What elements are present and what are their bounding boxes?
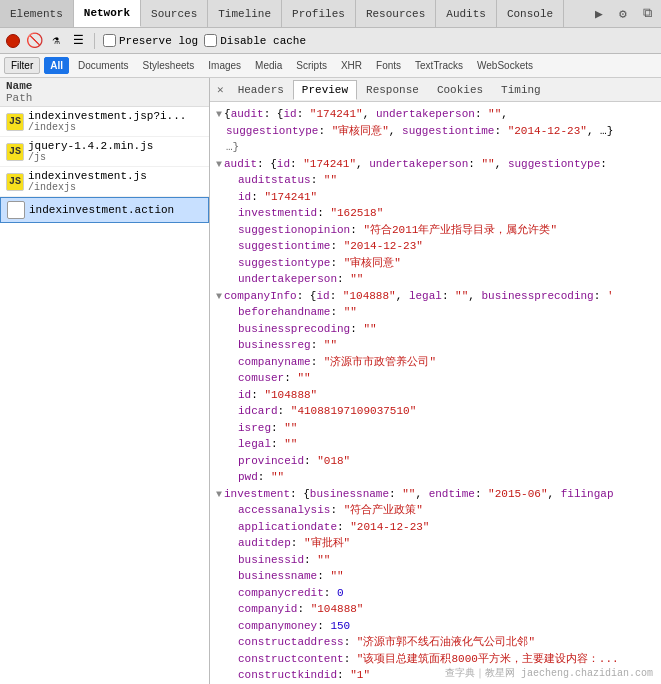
json-line: businessid: "" xyxy=(214,552,657,569)
json-line: id: "104888" xyxy=(214,387,657,404)
sub-tabs-bar: ✕ Headers Preview Response Cookies Timin… xyxy=(210,78,661,102)
json-line: investment: {businessname: "", endtime: … xyxy=(214,486,657,503)
preserve-log-label: Preserve log xyxy=(119,35,198,47)
filter-texttracks[interactable]: TextTracks xyxy=(410,58,468,73)
disable-cache-input[interactable] xyxy=(204,34,217,47)
filter-stylesheets[interactable]: Stylesheets xyxy=(138,58,200,73)
json-line: accessanalysis: "符合产业政策" xyxy=(214,502,657,519)
tab-profiles[interactable]: Profiles xyxy=(282,0,356,27)
filter-input-btn[interactable]: Filter xyxy=(4,57,40,74)
json-line: suggestiontime: "2014-12-23" xyxy=(214,238,657,255)
top-icons: ▶ ⚙ ⧉ xyxy=(585,0,661,27)
sub-tab-headers[interactable]: Headers xyxy=(229,80,293,99)
network-list-panel: Name Path JS indexinvestment.jsp?i... /i… xyxy=(0,78,210,684)
json-line: legal: "" xyxy=(214,436,657,453)
filter-fonts[interactable]: Fonts xyxy=(371,58,406,73)
sub-tab-cookies[interactable]: Cookies xyxy=(428,80,492,99)
json-line: provinceid: "018" xyxy=(214,453,657,470)
json-line: companyid: "104888" xyxy=(214,601,657,618)
filter-icon[interactable]: ⚗ xyxy=(48,33,64,49)
filter-images[interactable]: Images xyxy=(203,58,246,73)
settings-icon[interactable]: ⚙ xyxy=(613,4,633,24)
js-file-icon: JS xyxy=(6,113,24,131)
run-icon[interactable]: ▶ xyxy=(589,4,609,24)
tab-audits[interactable]: Audits xyxy=(436,0,497,27)
item-text: indexinvestment.jsp?i... /indexjs xyxy=(28,110,186,133)
path-header: Path xyxy=(6,92,32,104)
item-text: indexinvestment.action xyxy=(29,204,174,216)
json-line: businessname: "" xyxy=(214,568,657,585)
json-line: businessprecoding: "" xyxy=(214,321,657,338)
filter-bar: Filter All Documents Stylesheets Images … xyxy=(0,54,661,78)
json-line: applicationdate: "2014-12-23" xyxy=(214,519,657,536)
separator xyxy=(94,33,95,49)
disable-cache-checkbox[interactable]: Disable cache xyxy=(204,34,306,47)
filter-scripts[interactable]: Scripts xyxy=(291,58,332,73)
list-item[interactable]: JS indexinvestment.jsp?i... /indexjs xyxy=(0,107,209,137)
disable-cache-label: Disable cache xyxy=(220,35,306,47)
json-line: investmentid: "162518" xyxy=(214,205,657,222)
name-header: Name xyxy=(6,80,32,92)
json-line: auditstatus: "" xyxy=(214,172,657,189)
sub-tab-timing[interactable]: Timing xyxy=(492,80,550,99)
item-path: /indexjs xyxy=(28,182,147,193)
close-button[interactable]: ✕ xyxy=(212,80,229,99)
tab-console[interactable]: Console xyxy=(497,0,564,27)
json-line: companyInfo: {id: "104888", legal: "", b… xyxy=(214,288,657,305)
preserve-log-input[interactable] xyxy=(103,34,116,47)
filter-documents[interactable]: Documents xyxy=(73,58,134,73)
json-line: id: "174241" xyxy=(214,189,657,206)
undock-icon[interactable]: ⧉ xyxy=(637,4,657,24)
json-line: suggestiontype: "审核同意" xyxy=(214,255,657,272)
item-text: jquery-1.4.2.min.js /js xyxy=(28,140,153,163)
json-preview-content[interactable]: {audit: {id: "174241", undertakeperson: … xyxy=(210,102,661,684)
json-line: audit: {id: "174241", undertakeperson: "… xyxy=(214,156,657,173)
item-name: indexinvestment.jsp?i... xyxy=(28,110,186,122)
item-path: /indexjs xyxy=(28,122,186,133)
clear-icon[interactable]: 🚫 xyxy=(26,33,42,49)
sub-tab-preview[interactable]: Preview xyxy=(293,80,357,100)
list-item[interactable]: JS jquery-1.4.2.min.js /js xyxy=(0,137,209,167)
json-line: suggestiontype: "审核同意", suggestiontime: … xyxy=(214,123,657,140)
item-name: jquery-1.4.2.min.js xyxy=(28,140,153,152)
json-line: constructaddress: "济源市郭不线石油液化气公司北邻" xyxy=(214,634,657,651)
tab-resources[interactable]: Resources xyxy=(356,0,436,27)
js-file-icon: JS xyxy=(6,173,24,191)
main-tabs-bar: Elements Network Sources Timeline Profil… xyxy=(0,0,661,28)
list-item[interactable]: JS indexinvestment.js /indexjs xyxy=(0,167,209,197)
json-line: constructkindid: "1" xyxy=(214,667,657,684)
preserve-log-checkbox[interactable]: Preserve log xyxy=(103,34,198,47)
tab-network[interactable]: Network xyxy=(74,0,141,27)
detail-panel: ✕ Headers Preview Response Cookies Timin… xyxy=(210,78,661,684)
item-name: indexinvestment.action xyxy=(29,204,174,216)
filter-all-button[interactable]: All xyxy=(44,57,69,74)
list-item-selected[interactable]: indexinvestment.action xyxy=(0,197,209,223)
main-area: Name Path JS indexinvestment.jsp?i... /i… xyxy=(0,78,661,684)
json-line: constructcontent: "该项目总建筑面积8000平方米，主要建设内… xyxy=(214,651,657,668)
action-file-icon xyxy=(7,201,25,219)
json-line: idcard: "41088197109037510" xyxy=(214,403,657,420)
js-file-icon: JS xyxy=(6,143,24,161)
item-name: indexinvestment.js xyxy=(28,170,147,182)
list-icon[interactable]: ☰ xyxy=(70,33,86,49)
json-line: undertakeperson: "" xyxy=(214,271,657,288)
json-line: beforehandname: "" xyxy=(214,304,657,321)
name-path-header: Name Path xyxy=(0,78,209,107)
json-line: companymoney: 150 xyxy=(214,618,657,635)
sub-tab-response[interactable]: Response xyxy=(357,80,428,99)
filter-media[interactable]: Media xyxy=(250,58,287,73)
item-path: /js xyxy=(28,152,153,163)
filter-xhr[interactable]: XHR xyxy=(336,58,367,73)
json-line: suggestionopinion: "符合2011年产业指导目录，属允许类" xyxy=(214,222,657,239)
filter-websockets[interactable]: WebSockets xyxy=(472,58,538,73)
tab-sources[interactable]: Sources xyxy=(141,0,208,27)
json-line: businessreg: "" xyxy=(214,337,657,354)
json-line: comuser: "" xyxy=(214,370,657,387)
tab-timeline[interactable]: Timeline xyxy=(208,0,282,27)
network-toolbar: 🚫 ⚗ ☰ Preserve log Disable cache xyxy=(0,28,661,54)
json-line: isreg: "" xyxy=(214,420,657,437)
item-text: indexinvestment.js /indexjs xyxy=(28,170,147,193)
json-line: pwd: "" xyxy=(214,469,657,486)
tab-elements[interactable]: Elements xyxy=(0,0,74,27)
record-button[interactable] xyxy=(6,34,20,48)
